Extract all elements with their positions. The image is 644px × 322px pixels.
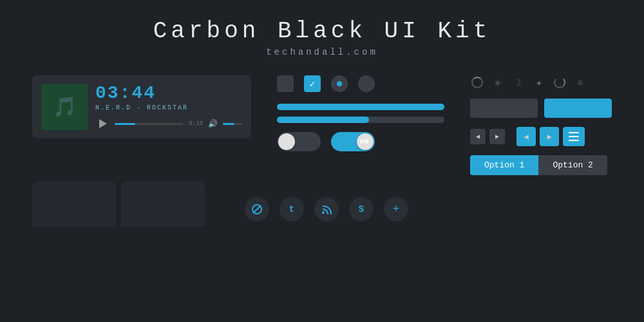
toggle-on-label: ON: [360, 138, 368, 146]
spin-moon-icon: ☽: [516, 77, 521, 88]
input-blue[interactable]: [544, 99, 612, 118]
page-header: Carbon Black UI Kit techandall.com: [0, 0, 644, 69]
option-2-button[interactable]: Option 2: [538, 155, 607, 175]
spinner-5: [553, 75, 567, 90]
twitter-icon: t: [289, 204, 294, 214]
bottom-panel-1: [32, 182, 116, 227]
svg-line-1: [253, 205, 261, 213]
option-1-button[interactable]: Option 1: [470, 155, 538, 175]
progress-fill: [115, 123, 135, 125]
spin-asterisk-icon: ✳: [495, 75, 502, 90]
inputs-row: [470, 99, 612, 118]
toggles-row: ON: [277, 132, 444, 151]
bottom-section: t S +: [0, 182, 644, 227]
player-track: N.E.R.D - Rockstar: [95, 104, 242, 111]
controls-section: ✓ ON: [277, 75, 444, 175]
player-info: 03:44 N.E.R.D - Rockstar 8:13 🔊: [95, 83, 242, 131]
player-controls: 8:13 🔊: [95, 117, 242, 131]
svg-point-2: [322, 211, 325, 214]
spinner-4: ✦: [532, 75, 546, 90]
right-section: ✳ ☽ ✦ ⊙ ◀ ▶ ◀ ▶: [470, 75, 612, 175]
play-icon: [99, 119, 107, 128]
skype-icon: S: [359, 204, 364, 214]
spinner-1: [470, 75, 484, 90]
menu-line-3: [569, 140, 579, 141]
slider-partial[interactable]: [277, 117, 444, 123]
page-title: Carbon Black UI Kit: [0, 18, 644, 44]
slider-full-fill: [277, 104, 444, 110]
toggle-off[interactable]: [277, 132, 321, 151]
main-content: 03:44 N.E.R.D - Rockstar 8:13 🔊: [0, 75, 644, 175]
checkboxes-row: ✓: [277, 75, 444, 92]
music-player-section: 03:44 N.E.R.D - Rockstar 8:13 🔊: [32, 75, 251, 175]
spinner-3: ☽: [511, 75, 526, 90]
spin-star-icon: ✦: [536, 75, 543, 90]
social-icon-rss[interactable]: [314, 197, 339, 222]
band-image: [41, 84, 88, 130]
spinners-row: ✳ ☽ ✦ ⊙: [470, 75, 612, 90]
menu-line-1: [569, 132, 579, 133]
radio-filled[interactable]: [331, 75, 348, 92]
menu-button[interactable]: [563, 127, 585, 146]
slider-partial-fill: [277, 117, 369, 123]
sliders-row: [277, 104, 444, 123]
social-icon-add[interactable]: +: [384, 197, 408, 222]
page-subtitle: techandall.com: [0, 47, 644, 57]
slider-full[interactable]: [277, 104, 444, 110]
spin-circle2-icon: [554, 77, 565, 88]
options-row: Option 1 Option 2: [470, 155, 607, 175]
total-time: 8:13: [189, 120, 203, 127]
social-icon-skype[interactable]: S: [349, 197, 374, 222]
spinner-2: ✳: [491, 75, 505, 90]
spinner-6: ⊙: [573, 75, 587, 90]
social-icon-forbidden[interactable]: [245, 197, 269, 222]
nav-prev-blue[interactable]: ◀: [516, 127, 536, 146]
input-dark[interactable]: [470, 99, 538, 118]
menu-line-2: [569, 136, 579, 137]
album-art: [41, 84, 88, 130]
radio-dot: [337, 81, 342, 86]
checkbox-unchecked[interactable]: [277, 75, 294, 92]
social-icons-row: t S +: [245, 197, 408, 222]
volume-icon: 🔊: [208, 119, 218, 129]
bottom-panel-2: [121, 182, 205, 227]
toggle-on[interactable]: ON: [331, 132, 375, 151]
nav-next-small[interactable]: ▶: [489, 129, 505, 144]
nav-prev-small[interactable]: ◀: [470, 129, 486, 144]
play-button[interactable]: [95, 117, 109, 131]
nav-next-blue[interactable]: ▶: [540, 127, 559, 146]
spin-circle-icon: [471, 77, 483, 88]
spin-dots-icon: ⊙: [578, 77, 583, 88]
social-icon-twitter[interactable]: t: [279, 197, 304, 222]
player-time: 03:44: [95, 83, 242, 103]
music-player: 03:44 N.E.R.D - Rockstar 8:13 🔊: [32, 75, 251, 138]
volume-fill: [223, 123, 234, 125]
radio-empty[interactable]: [358, 75, 375, 92]
checkmark-icon: ✓: [310, 79, 315, 90]
progress-bar[interactable]: [115, 123, 184, 125]
plus-icon: +: [393, 204, 400, 215]
volume-bar[interactable]: [223, 123, 242, 125]
toggle-knob-off: [278, 133, 295, 150]
nav-row: ◀ ▶ ◀ ▶: [470, 127, 612, 146]
checkbox-checked[interactable]: ✓: [304, 75, 321, 92]
